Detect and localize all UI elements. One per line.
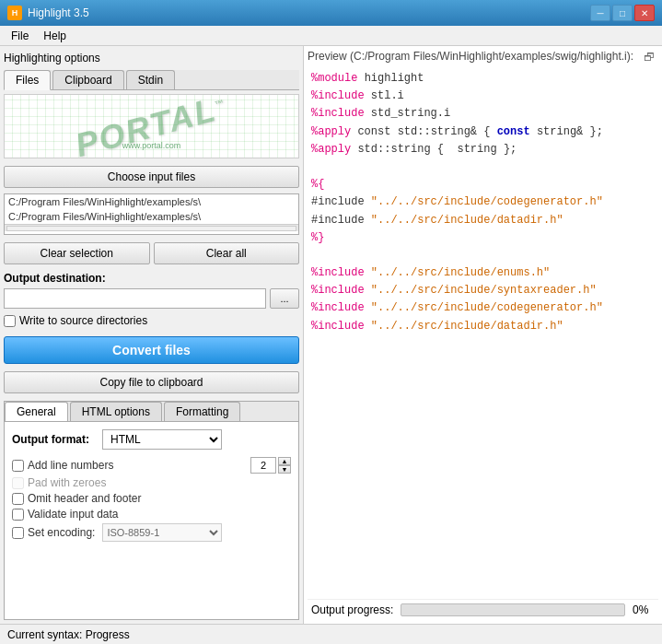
preview-content[interactable]: %module highlight %include stl.i %includ…	[308, 66, 658, 599]
spinner-buttons: ▲ ▼	[278, 457, 291, 474]
maximize-button[interactable]: □	[612, 5, 633, 21]
title-bar-left: H Highlight 3.5	[7, 6, 89, 20]
progress-label: Output progress:	[311, 603, 393, 616]
validate-input-checkbox[interactable]	[12, 509, 24, 521]
code-line-11	[311, 247, 655, 264]
omit-header-row: Omit header and footer	[12, 492, 291, 505]
progress-area: Output progress: 0%	[308, 599, 658, 620]
panel-title: Highlighting options	[4, 50, 299, 66]
portal-tm: ™	[214, 98, 226, 111]
validate-input-label: Validate input data	[28, 508, 119, 521]
output-destination-label: Output destination:	[4, 272, 299, 285]
code-line-10: %}	[311, 229, 655, 247]
choose-files-button[interactable]: Choose input files	[4, 166, 299, 188]
spinner-up-button[interactable]: ▲	[278, 457, 291, 465]
preview-title: Preview (C:/Program Files/WinHighlight/e…	[308, 50, 633, 63]
menu-help[interactable]: Help	[36, 28, 74, 44]
validate-input-row: Validate input data	[12, 508, 291, 521]
line-num-input[interactable]: 2	[250, 457, 276, 474]
line-numbers-label: Add line numbers	[28, 459, 113, 472]
code-line-2: %include stl.i	[311, 88, 655, 105]
app-title: Highlight 3.5	[28, 6, 89, 19]
code-line-12: %include "../../src/include/enums.h"	[311, 264, 655, 282]
file-list-item-2: C:/Program Files/WinHighlight/examples/s…	[5, 209, 298, 224]
copy-clipboard-button[interactable]: Copy file to clipboard	[4, 371, 299, 393]
set-encoding-label: Set encoding:	[28, 526, 95, 539]
close-button[interactable]: ✕	[634, 5, 655, 21]
menu-file[interactable]: File	[4, 28, 36, 44]
file-list-scrollbar[interactable]	[5, 224, 298, 231]
code-line-9: #include "../../src/include/datadir.h"	[311, 212, 655, 229]
pad-zeroes-label: Pad with zeroes	[28, 476, 106, 489]
tab-stdin[interactable]: Stdin	[126, 70, 175, 89]
preview-icon-button[interactable]: 🗗	[644, 51, 658, 65]
output-path-input[interactable]	[4, 288, 266, 309]
tab-files[interactable]: Files	[4, 70, 51, 90]
format-select[interactable]: HTML RTF LaTeX	[102, 429, 222, 450]
file-list-item-1: C:/Program Files/WinHighlight/examples/s…	[5, 194, 298, 209]
left-panel: Highlighting options Files Clipboard Std…	[0, 46, 304, 624]
write-source-checkbox[interactable]	[4, 315, 16, 327]
pad-zeroes-row: Pad with zeroes	[12, 476, 291, 489]
code-line-13: %include "../../src/include/syntaxreader…	[311, 282, 655, 299]
right-panel: Preview (C:/Program Files/WinHighlight/e…	[304, 46, 662, 624]
menu-bar: File Help	[0, 26, 662, 46]
code-line-8: #include "../../src/include/codegenerato…	[311, 193, 655, 211]
clear-all-button[interactable]: Clear all	[154, 242, 300, 264]
bottom-tab-html-options[interactable]: HTML options	[70, 402, 162, 421]
bottom-tab-formatting[interactable]: Formatting	[164, 402, 240, 421]
bottom-content: Output format: HTML RTF LaTeX Add line n…	[5, 422, 298, 552]
line-numbers-row: Add line numbers 2 ▲ ▼	[12, 457, 291, 474]
line-num-spinner: 2 ▲ ▼	[250, 457, 291, 474]
code-line-15: %include "../../src/include/datadir.h"	[311, 318, 655, 335]
bottom-tab-general[interactable]: General	[5, 402, 68, 421]
write-source-label: Write to source directories	[19, 314, 147, 327]
code-line-14: %include "../../src/include/codegenerato…	[311, 299, 655, 317]
encoding-row: Set encoding: ISO-8859-1	[12, 523, 291, 542]
code-line-4: %apply const std::string& { const string…	[311, 123, 655, 141]
app-icon: H	[7, 6, 22, 20]
spinner-down-button[interactable]: ▼	[278, 465, 291, 474]
bottom-section: General HTML options Formatting Output f…	[4, 401, 299, 620]
action-row: Clear selection Clear all	[4, 242, 299, 264]
code-line-6	[311, 158, 655, 176]
status-bar: Current syntax: Progress	[0, 624, 662, 644]
browse-button[interactable]: ...	[270, 288, 299, 309]
watermark-area: PORTAL™ www.portal.com	[4, 94, 299, 158]
title-buttons: ─ □ ✕	[590, 5, 655, 21]
status-text: Current syntax: Progress	[7, 628, 130, 641]
clear-selection-button[interactable]: Clear selection	[4, 242, 150, 264]
portal-url: www.portal.com	[122, 141, 181, 150]
minimize-button[interactable]: ─	[590, 5, 610, 21]
tab-clipboard[interactable]: Clipboard	[52, 70, 123, 89]
format-label: Output format:	[12, 433, 95, 446]
omit-header-checkbox[interactable]	[12, 493, 24, 505]
format-row: Output format: HTML RTF LaTeX	[12, 429, 291, 450]
code-line-1: %module highlight	[311, 70, 655, 88]
encoding-select[interactable]: ISO-8859-1	[102, 523, 222, 542]
set-encoding-checkbox[interactable]	[12, 527, 24, 539]
file-tabs: Files Clipboard Stdin	[4, 70, 299, 90]
convert-files-button[interactable]: Convert files	[4, 336, 299, 364]
write-source-row: Write to source directories	[4, 314, 299, 327]
output-row: ...	[4, 288, 299, 309]
code-line-5: %apply std::string { string };	[311, 141, 655, 158]
code-line-3: %include std_string.i	[311, 105, 655, 123]
code-line-7: %{	[311, 176, 655, 193]
bottom-tabs: General HTML options Formatting	[5, 402, 298, 422]
pad-zeroes-checkbox[interactable]	[12, 477, 24, 489]
line-numbers-checkbox[interactable]	[12, 460, 24, 472]
title-bar: H Highlight 3.5 ─ □ ✕	[0, 0, 662, 26]
file-list: C:/Program Files/WinHighlight/examples/s…	[4, 193, 299, 235]
progress-bar-container	[401, 603, 625, 616]
omit-header-label: Omit header and footer	[28, 492, 141, 505]
main-layout: Highlighting options Files Clipboard Std…	[0, 46, 662, 624]
progress-percentage: 0%	[633, 603, 655, 616]
